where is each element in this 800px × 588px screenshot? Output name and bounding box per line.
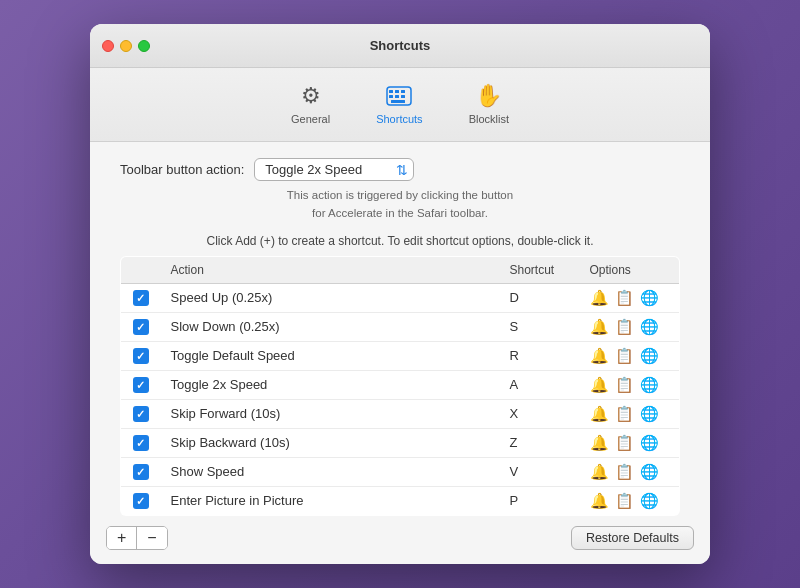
window-title: Shortcuts	[370, 38, 431, 53]
list-icon[interactable]: 📋	[615, 463, 634, 481]
notification-icon[interactable]: 🔔	[590, 347, 609, 365]
list-icon[interactable]: 📋	[615, 434, 634, 452]
row-options: 🔔 📋 🌐	[580, 312, 680, 341]
tab-general-label: General	[291, 113, 330, 125]
row-shortcut: S	[500, 312, 580, 341]
add-remove-group: + −	[106, 526, 168, 550]
shortcuts-table: Action Shortcut Options Speed Up (0.25x)…	[120, 256, 680, 516]
globe-icon[interactable]: 🌐	[640, 347, 659, 365]
table-row: Skip Forward (10s)X 🔔 📋 🌐	[121, 399, 680, 428]
globe-icon[interactable]: 🌐	[640, 463, 659, 481]
shortcuts-icon	[385, 82, 413, 110]
row-options: 🔔 📋 🌐	[580, 486, 680, 515]
notification-icon[interactable]: 🔔	[590, 376, 609, 394]
row-shortcut: X	[500, 399, 580, 428]
checkbox-checked[interactable]	[133, 290, 149, 306]
table-row: Toggle Default SpeedR 🔔 📋 🌐	[121, 341, 680, 370]
toolbar-action-row: Toolbar button action: Toggle 2x Speed S…	[120, 158, 680, 181]
close-button[interactable]	[102, 40, 114, 52]
globe-icon[interactable]: 🌐	[640, 492, 659, 510]
notification-icon[interactable]: 🔔	[590, 318, 609, 336]
row-action: Skip Backward (10s)	[161, 428, 500, 457]
checkbox-checked[interactable]	[133, 435, 149, 451]
notification-icon[interactable]: 🔔	[590, 492, 609, 510]
checkbox-checked[interactable]	[133, 464, 149, 480]
globe-icon[interactable]: 🌐	[640, 405, 659, 423]
row-checkbox-cell	[121, 370, 161, 399]
row-options: 🔔 📋 🌐	[580, 428, 680, 457]
traffic-lights	[102, 40, 150, 52]
row-checkbox-cell	[121, 399, 161, 428]
notification-icon[interactable]: 🔔	[590, 289, 609, 307]
svg-rect-4	[389, 95, 393, 98]
remove-shortcut-button[interactable]: −	[137, 527, 166, 549]
row-shortcut: D	[500, 283, 580, 312]
notification-icon[interactable]: 🔔	[590, 405, 609, 423]
row-shortcut: P	[500, 486, 580, 515]
globe-icon[interactable]: 🌐	[640, 376, 659, 394]
row-options: 🔔 📋 🌐	[580, 283, 680, 312]
bottom-bar: + − Restore Defaults	[90, 516, 710, 564]
row-checkbox-cell	[121, 283, 161, 312]
list-icon[interactable]: 📋	[615, 405, 634, 423]
tab-shortcuts[interactable]: Shortcuts	[368, 78, 430, 129]
row-shortcut: Z	[500, 428, 580, 457]
general-icon: ⚙	[297, 82, 325, 110]
tab-shortcuts-label: Shortcuts	[376, 113, 422, 125]
table-row: Show SpeedV 🔔 📋 🌐	[121, 457, 680, 486]
row-options: 🔔 📋 🌐	[580, 341, 680, 370]
tab-blocklist[interactable]: ✋ Blocklist	[461, 78, 517, 129]
table-row: Skip Backward (10s)Z 🔔 📋 🌐	[121, 428, 680, 457]
checkbox-checked[interactable]	[133, 348, 149, 364]
svg-rect-5	[395, 95, 399, 98]
row-action: Toggle 2x Speed	[161, 370, 500, 399]
col-header-shortcut: Shortcut	[500, 256, 580, 283]
row-action: Skip Forward (10s)	[161, 399, 500, 428]
table-row: Slow Down (0.25x)S 🔔 📋 🌐	[121, 312, 680, 341]
row-checkbox-cell	[121, 341, 161, 370]
toolbar-action-label: Toolbar button action:	[120, 162, 244, 177]
toolbar-action-select[interactable]: Toggle 2x Speed Speed Up Slow Down	[254, 158, 414, 181]
row-action: Toggle Default Speed	[161, 341, 500, 370]
blocklist-icon: ✋	[475, 82, 503, 110]
globe-icon[interactable]: 🌐	[640, 318, 659, 336]
add-shortcut-button[interactable]: +	[107, 527, 137, 549]
notification-icon[interactable]: 🔔	[590, 463, 609, 481]
table-row: Enter Picture in PictureP 🔔 📋 🌐	[121, 486, 680, 515]
main-window: Shortcuts ⚙ General Shortcuts	[90, 24, 710, 564]
globe-icon[interactable]: 🌐	[640, 434, 659, 452]
svg-rect-7	[391, 100, 405, 103]
table-row: Speed Up (0.25x)D 🔔 📋 🌐	[121, 283, 680, 312]
maximize-button[interactable]	[138, 40, 150, 52]
checkbox-checked[interactable]	[133, 493, 149, 509]
list-icon[interactable]: 📋	[615, 289, 634, 307]
list-icon[interactable]: 📋	[615, 376, 634, 394]
col-header-checkbox	[121, 256, 161, 283]
row-shortcut: R	[500, 341, 580, 370]
checkbox-checked[interactable]	[133, 319, 149, 335]
notification-icon[interactable]: 🔔	[590, 434, 609, 452]
svg-rect-6	[401, 95, 405, 98]
instruction-text: Click Add (+) to create a shortcut. To e…	[120, 234, 680, 248]
globe-icon[interactable]: 🌐	[640, 289, 659, 307]
list-icon[interactable]: 📋	[615, 492, 634, 510]
svg-rect-3	[401, 90, 405, 93]
list-icon[interactable]: 📋	[615, 347, 634, 365]
tab-bar: ⚙ General Shortcuts ✋ Blocklist	[90, 68, 710, 142]
list-icon[interactable]: 📋	[615, 318, 634, 336]
row-action: Slow Down (0.25x)	[161, 312, 500, 341]
row-checkbox-cell	[121, 428, 161, 457]
checkbox-checked[interactable]	[133, 377, 149, 393]
minimize-button[interactable]	[120, 40, 132, 52]
main-content: Toolbar button action: Toggle 2x Speed S…	[90, 142, 710, 516]
col-header-action: Action	[161, 256, 500, 283]
restore-defaults-button[interactable]: Restore Defaults	[571, 526, 694, 550]
row-options: 🔔 📋 🌐	[580, 399, 680, 428]
row-checkbox-cell	[121, 486, 161, 515]
row-checkbox-cell	[121, 312, 161, 341]
table-row: Toggle 2x SpeedA 🔔 📋 🌐	[121, 370, 680, 399]
checkbox-checked[interactable]	[133, 406, 149, 422]
tab-general[interactable]: ⚙ General	[283, 78, 338, 129]
titlebar: Shortcuts	[90, 24, 710, 68]
row-action: Enter Picture in Picture	[161, 486, 500, 515]
